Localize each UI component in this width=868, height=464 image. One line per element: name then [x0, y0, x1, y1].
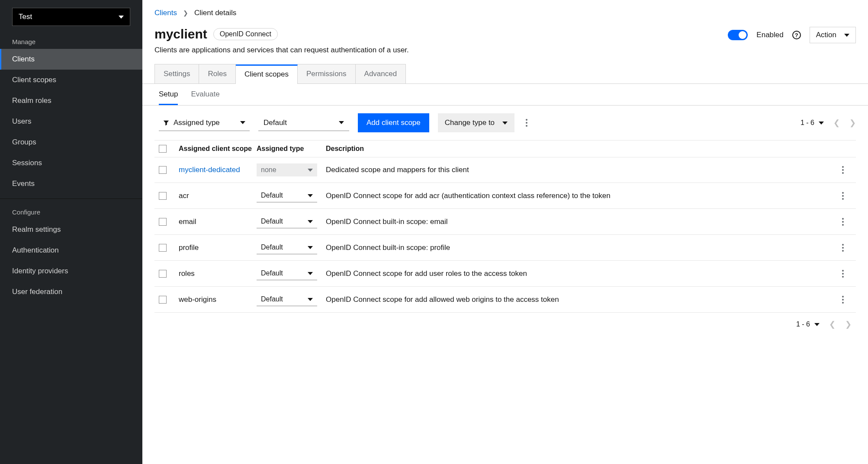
scope-name: web-origins: [179, 295, 216, 304]
sidebar-item-authentication[interactable]: Authentication: [0, 240, 142, 261]
sidebar-item-groups[interactable]: Groups: [0, 132, 142, 153]
sidebar-item-client-scopes[interactable]: Client scopes: [0, 70, 142, 90]
row-kebab[interactable]: [839, 293, 846, 306]
protocol-badge: OpenID Connect: [213, 28, 278, 40]
help-icon[interactable]: ?: [792, 31, 801, 39]
scope-name: acr: [179, 192, 189, 200]
scope-description: Dedicated scope and mappers for this cli…: [326, 166, 834, 174]
sidebar-item-user-federation[interactable]: User federation: [0, 282, 142, 302]
scope-name: profile: [179, 243, 199, 252]
toolbar: Assigned type Default Add client scope C…: [154, 106, 856, 140]
sidebar-item-realm-roles[interactable]: Realm roles: [0, 90, 142, 111]
type-select[interactable]: Default: [258, 115, 349, 131]
assigned-type-select: none: [257, 163, 317, 176]
table-row: web-originsDefaultOpenID Connect scope f…: [154, 287, 856, 313]
assigned-type-select[interactable]: Default: [257, 189, 317, 202]
client-scopes-table: Assigned client scope Assigned type Desc…: [154, 140, 856, 313]
scope-description: OpenID Connect built-in scope: email: [326, 218, 834, 226]
tabs: SettingsRolesClient scopesPermissionsAdv…: [142, 64, 868, 84]
col-header-name: Assigned client scope: [179, 145, 257, 153]
row-kebab[interactable]: [839, 215, 846, 228]
pager-range-select[interactable]: 1 - 6: [796, 320, 820, 328]
sidebar: Test Manage ClientsClient scopesRealm ro…: [0, 0, 142, 464]
assigned-type-select[interactable]: Default: [257, 215, 317, 228]
realm-selector[interactable]: Test: [12, 8, 130, 26]
change-type-button[interactable]: Change type to: [438, 113, 514, 132]
scope-name: email: [179, 218, 196, 226]
chevron-down-icon: [308, 220, 313, 223]
tab-permissions[interactable]: Permissions: [298, 64, 356, 83]
chevron-down-icon: [119, 16, 124, 19]
table-row: emailDefaultOpenID Connect built-in scop…: [154, 209, 856, 235]
page-next[interactable]: ❯: [849, 118, 856, 128]
assigned-type-filter[interactable]: Assigned type: [159, 115, 250, 131]
tab-client-scopes[interactable]: Client scopes: [236, 64, 298, 84]
tab-advanced[interactable]: Advanced: [356, 64, 406, 83]
scope-description: OpenID Connect scope for add allowed web…: [326, 295, 834, 304]
page-prev[interactable]: ❮: [833, 118, 840, 128]
subtab-setup[interactable]: Setup: [159, 90, 178, 105]
assigned-type-select[interactable]: Default: [257, 267, 317, 280]
row-checkbox[interactable]: [159, 166, 167, 174]
scope-description: OpenID Connect scope for add acr (authen…: [326, 192, 834, 200]
chevron-down-icon: [308, 194, 313, 197]
breadcrumb-root[interactable]: Clients: [154, 9, 177, 17]
enabled-toggle[interactable]: [728, 30, 748, 40]
chevron-down-icon: [819, 122, 824, 125]
add-client-scope-button[interactable]: Add client scope: [358, 113, 429, 132]
assigned-type-select[interactable]: Default: [257, 293, 317, 306]
scope-name[interactable]: myclient-dedicated: [179, 166, 240, 174]
nav-section-manage: Manage: [0, 30, 142, 49]
nav-section-configure: Configure: [0, 201, 142, 219]
breadcrumb-current: Client details: [194, 9, 236, 17]
pager-bottom: 1 - 6 ❮ ❯: [796, 320, 852, 329]
row-checkbox[interactable]: [159, 296, 167, 304]
nav-manage-list: ClientsClient scopesRealm rolesUsersGrou…: [0, 49, 142, 194]
chevron-down-icon: [844, 34, 849, 37]
row-kebab[interactable]: [839, 241, 846, 254]
row-kebab[interactable]: [839, 267, 846, 280]
scope-description: OpenID Connect built-in scope: profile: [326, 243, 834, 252]
tab-settings[interactable]: Settings: [154, 64, 199, 83]
chevron-down-icon: [814, 323, 820, 326]
chevron-down-icon: [502, 122, 508, 125]
chevron-right-icon: ❯: [183, 10, 188, 16]
row-checkbox[interactable]: [159, 192, 167, 200]
col-header-type: Assigned type: [257, 145, 326, 153]
breadcrumb: Clients ❯ Client details: [154, 9, 856, 17]
filter-icon: [163, 120, 169, 126]
chevron-down-icon: [240, 121, 245, 124]
nav-separator: [0, 198, 142, 199]
toolbar-kebab[interactable]: [523, 116, 530, 129]
table-row: rolesDefaultOpenID Connect scope for add…: [154, 261, 856, 287]
tab-roles[interactable]: Roles: [199, 64, 235, 83]
sidebar-item-clients[interactable]: Clients: [0, 49, 142, 70]
assigned-type-select[interactable]: Default: [257, 241, 317, 254]
chevron-down-icon: [339, 121, 344, 124]
sidebar-item-identity-providers[interactable]: Identity providers: [0, 261, 142, 282]
row-kebab[interactable]: [839, 163, 846, 176]
pager-range-select[interactable]: 1 - 6: [800, 119, 824, 127]
sidebar-item-events[interactable]: Events: [0, 173, 142, 194]
page-next[interactable]: ❯: [845, 320, 852, 329]
select-all-checkbox[interactable]: [159, 145, 167, 153]
sidebar-item-realm-settings[interactable]: Realm settings: [0, 219, 142, 240]
chevron-down-icon: [308, 169, 313, 172]
sidebar-item-sessions[interactable]: Sessions: [0, 153, 142, 173]
sidebar-item-users[interactable]: Users: [0, 111, 142, 132]
row-checkbox[interactable]: [159, 270, 167, 278]
subtabs: SetupEvaluate: [142, 84, 868, 106]
row-checkbox[interactable]: [159, 218, 167, 226]
subtab-evaluate[interactable]: Evaluate: [191, 90, 219, 105]
chevron-down-icon: [308, 272, 313, 275]
table-row: profileDefaultOpenID Connect built-in sc…: [154, 235, 856, 261]
table-header: Assigned client scope Assigned type Desc…: [154, 140, 856, 157]
enabled-label: Enabled: [756, 31, 783, 39]
page-subtitle: Clients are applications and services th…: [154, 46, 409, 54]
table-row: myclient-dedicatednoneDedicated scope an…: [154, 157, 856, 183]
page-prev[interactable]: ❮: [829, 320, 836, 329]
row-checkbox[interactable]: [159, 244, 167, 252]
scope-description: OpenID Connect scope for add user roles …: [326, 269, 834, 278]
row-kebab[interactable]: [839, 189, 846, 202]
action-dropdown[interactable]: Action: [810, 27, 856, 43]
